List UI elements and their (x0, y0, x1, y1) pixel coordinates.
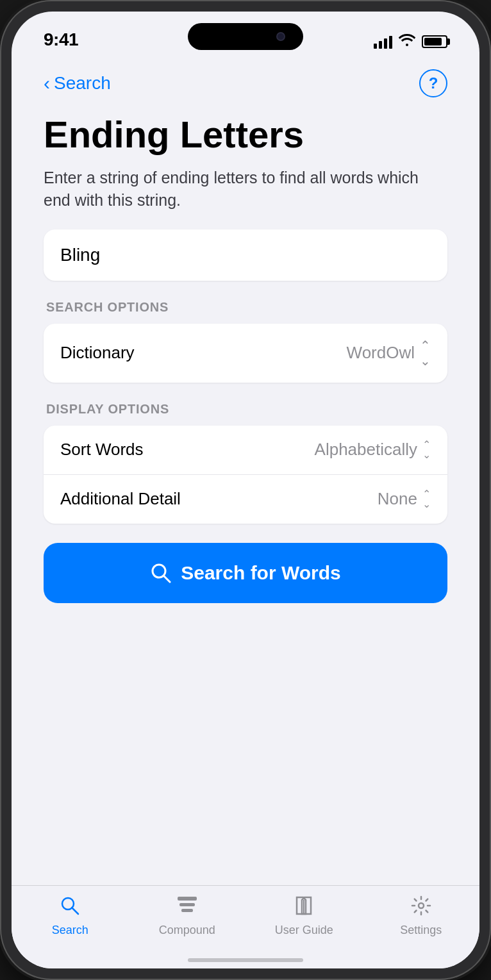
svg-line-1 (163, 576, 170, 582)
search-options-header: SEARCH OPTIONS (44, 300, 447, 315)
navigation-bar: ‹ Search ? (44, 56, 447, 104)
page-subtitle: Enter a string of ending letters to find… (44, 167, 447, 212)
tab-search[interactable]: Search (12, 895, 129, 937)
tab-compound[interactable]: Compound (129, 895, 246, 937)
search-tab-icon (59, 895, 81, 920)
search-options-card: Dictionary WordOwl ⌃⌄ (44, 324, 447, 383)
search-tab-label: Search (52, 924, 88, 937)
home-indicator (188, 958, 303, 962)
svg-rect-6 (181, 909, 193, 912)
compound-tab-icon (176, 895, 199, 920)
svg-rect-4 (178, 897, 197, 901)
status-time: 9:41 (44, 29, 78, 50)
wifi-icon (399, 33, 415, 50)
detail-chevron-icon: ⌃⌄ (422, 489, 431, 510)
signal-icon (374, 35, 392, 49)
additional-detail-value: None ⌃⌄ (378, 489, 431, 510)
page-title: Ending Letters (44, 114, 447, 155)
search-words-button[interactable]: Search for Words (44, 543, 447, 603)
dictionary-label: Dictionary (60, 343, 135, 363)
help-button[interactable]: ? (419, 69, 447, 97)
battery-icon (422, 35, 447, 48)
sort-words-option[interactable]: Sort Words Alphabetically ⌃⌄ (44, 426, 447, 474)
status-icons (374, 33, 447, 50)
display-options-card: Sort Words Alphabetically ⌃⌄ Additional … (44, 426, 447, 524)
tab-settings[interactable]: Settings (363, 895, 480, 937)
search-words-icon (150, 562, 172, 584)
svg-line-3 (72, 908, 78, 914)
help-label: ? (429, 74, 438, 92)
back-button[interactable]: ‹ Search (44, 73, 111, 94)
text-input-container (44, 229, 447, 281)
camera-dot (276, 32, 285, 41)
main-content: ‹ Search ? Ending Letters Enter a string… (12, 56, 479, 885)
svg-rect-5 (179, 903, 195, 906)
sort-words-label: Sort Words (60, 440, 144, 460)
svg-point-8 (419, 903, 424, 908)
display-options-header: DISPLAY OPTIONS (44, 402, 447, 417)
additional-detail-label: Additional Detail (60, 489, 181, 509)
phone-screen: 9:41 (12, 12, 479, 968)
sort-chevron-icon: ⌃⌄ (422, 440, 431, 460)
dictionary-chevron-icon: ⌃⌄ (420, 338, 431, 369)
user-guide-tab-icon (293, 895, 315, 920)
settings-tab-icon (410, 895, 432, 920)
dictionary-option[interactable]: Dictionary WordOwl ⌃⌄ (44, 324, 447, 383)
additional-detail-option[interactable]: Additional Detail None ⌃⌄ (44, 474, 447, 524)
settings-tab-label: Settings (400, 924, 442, 937)
compound-tab-label: Compound (159, 924, 215, 937)
dictionary-value: WordOwl ⌃⌄ (347, 338, 431, 369)
search-words-label: Search for Words (181, 562, 341, 584)
tab-user-guide[interactable]: User Guide (246, 895, 363, 937)
back-label: Search (54, 73, 111, 94)
dynamic-island (188, 23, 303, 50)
phone-frame: 9:41 (0, 0, 491, 980)
sort-words-value: Alphabetically ⌃⌄ (315, 440, 431, 460)
tab-bar: Search Compound (12, 885, 479, 968)
chevron-left-icon: ‹ (44, 74, 50, 93)
ending-letters-input[interactable] (60, 245, 431, 265)
user-guide-tab-label: User Guide (275, 924, 333, 937)
